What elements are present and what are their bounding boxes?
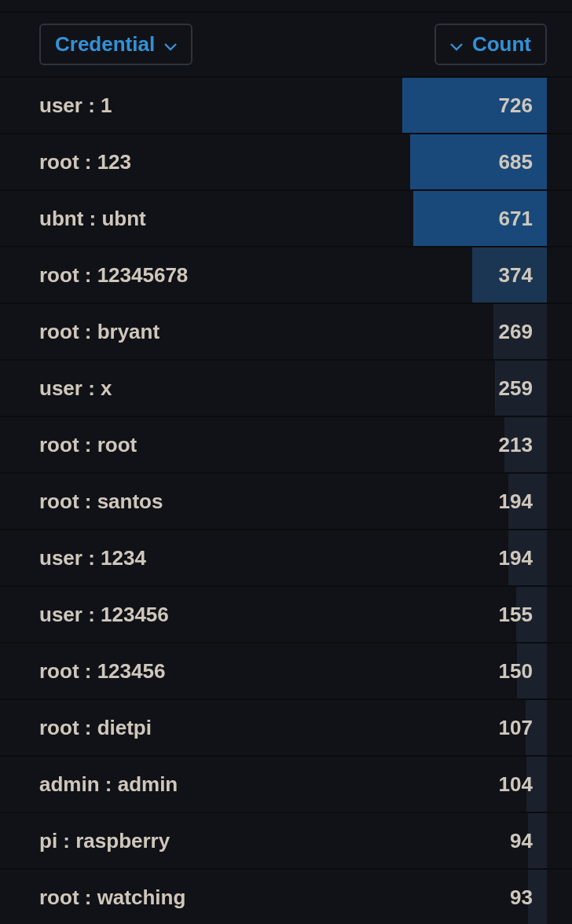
credential-cell: root : 123 [0, 150, 499, 174]
credential-cell: admin : admin [0, 772, 499, 797]
table-row[interactable]: user : 1234194 [0, 530, 572, 587]
table-header: Credential Count [0, 13, 572, 78]
count-cell: 259 [499, 376, 572, 401]
chevron-down-icon [450, 32, 463, 57]
table-row[interactable]: root : dietpi107 [0, 700, 572, 757]
count-cell: 685 [499, 150, 572, 174]
table-row[interactable]: user : 123456155 [0, 587, 572, 644]
table-body: user : 1726root : 123685ubnt : ubnt671ro… [0, 78, 572, 924]
credential-cell: ubnt : ubnt [0, 207, 499, 231]
table-row[interactable]: root : santos194 [0, 474, 572, 530]
chevron-down-icon [164, 32, 177, 57]
credential-cell: root : watching [0, 886, 510, 910]
count-cell: 150 [499, 659, 572, 684]
count-cell: 374 [499, 263, 572, 288]
table-row[interactable]: ubnt : ubnt671 [0, 191, 572, 248]
table-row[interactable]: user : x259 [0, 361, 572, 417]
credential-cell: root : bryant [0, 320, 499, 344]
panel-topbar [0, 0, 572, 13]
credential-cell: root : 12345678 [0, 263, 499, 288]
panel: Credential Count user : 1726root : 12368… [0, 0, 572, 924]
count-cell: 213 [499, 433, 572, 457]
table-row[interactable]: root : 12345678374 [0, 248, 572, 304]
credential-cell: root : santos [0, 490, 499, 514]
credential-column-header[interactable]: Credential [39, 24, 192, 65]
table-row[interactable]: admin : admin104 [0, 757, 572, 813]
count-cell: 155 [499, 603, 572, 627]
count-cell: 94 [510, 829, 572, 853]
table-row[interactable]: root : 123456150 [0, 644, 572, 700]
count-cell: 194 [499, 490, 572, 514]
credential-cell: user : 1234 [0, 546, 499, 570]
credential-cell: user : 1 [0, 94, 499, 118]
credential-cell: root : 123456 [0, 659, 499, 684]
table-row[interactable]: root : bryant269 [0, 304, 572, 361]
count-cell: 726 [499, 94, 572, 118]
credential-cell: pi : raspberry [0, 829, 510, 853]
count-label: Count [472, 32, 531, 57]
count-cell: 269 [499, 320, 572, 344]
table-row[interactable]: user : 1726 [0, 78, 572, 134]
credential-cell: root : dietpi [0, 716, 499, 740]
table-row[interactable]: root : 123685 [0, 134, 572, 191]
count-column-header[interactable]: Count [434, 24, 547, 65]
count-cell: 107 [499, 716, 572, 740]
count-cell: 104 [499, 772, 572, 797]
table-row[interactable]: pi : raspberry94 [0, 813, 572, 870]
count-cell: 671 [499, 207, 572, 231]
credential-cell: user : 123456 [0, 603, 499, 627]
credential-cell: root : root [0, 433, 499, 457]
count-cell: 194 [499, 546, 572, 570]
credential-cell: user : x [0, 376, 499, 401]
credential-label: Credential [55, 32, 155, 57]
table-row[interactable]: root : watching93 [0, 870, 572, 924]
count-cell: 93 [510, 886, 572, 910]
table-row[interactable]: root : root213 [0, 417, 572, 474]
